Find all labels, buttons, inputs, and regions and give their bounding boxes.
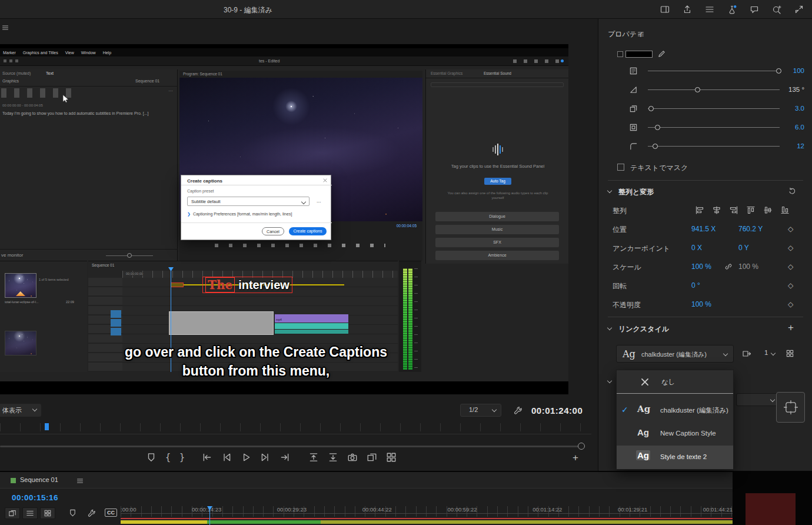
stroke-count-value[interactable]: 1 [764,349,768,356]
scale-keyframe-icon[interactable]: ◇ [788,262,793,271]
dialog-cancel-button[interactable]: Cancel [262,227,284,235]
align-top-icon[interactable] [746,205,756,215]
anchor-y-value[interactable]: 0 Y [738,244,749,252]
shadow-size-slider[interactable] [648,127,780,128]
monitor-scrub-strip[interactable] [0,423,591,431]
scale-y-value[interactable]: 100 % [738,262,758,271]
zoom-level-dropdown[interactable]: 1/2 [460,404,501,417]
style-grid-icon[interactable] [786,349,794,358]
opacity-value[interactable]: 100 % [691,300,711,308]
search-sparkle-icon[interactable] [772,5,781,14]
shadow-blur-slider[interactable] [648,146,780,147]
quick-export-icon[interactable] [683,5,692,14]
align-bottom-icon[interactable] [780,205,790,215]
align-center-horizontal-icon[interactable] [712,205,721,215]
align-left-icon[interactable] [695,205,704,215]
export-frame-icon[interactable] [347,452,358,463]
scale-x-value[interactable]: 100 % [691,262,711,271]
shadow-distance-value[interactable]: 3.0 [778,105,804,112]
workspace-icon[interactable] [660,5,670,14]
closed-captions-badge[interactable]: CC [105,509,117,517]
step-back-icon[interactable] [221,452,232,463]
timeline-ruler[interactable]: :00:00 00:00:14:23 00:00:29:23 00:00:44:… [121,506,733,517]
style-menu-item-new-caption-style[interactable]: Ag New Caption Style [617,422,733,446]
workspaces-menu-icon[interactable] [705,5,714,14]
rotation-keyframe-icon[interactable]: ◇ [788,281,793,290]
style-menu-item-style-de-texte-2[interactable]: Ag Style de texte 2 [617,446,733,469]
add-button-icon[interactable]: + [573,452,578,464]
shadow-angle-slider[interactable] [648,89,780,90]
transform-section-title[interactable]: 整列と変形 [618,187,654,197]
shadow-angle-value[interactable]: 135 ° [778,86,804,93]
dialog-preset-select[interactable]: Subtitle default [187,197,310,206]
blend-mode-dropdown[interactable] [736,393,779,406]
lift-icon[interactable] [308,452,319,463]
comparison-view-icon[interactable] [367,452,377,463]
stroke-count-chevron-icon[interactable] [771,351,776,355]
overlay-caption-box[interactable]: Theinterview [202,277,292,293]
mask-with-text-checkbox[interactable] [617,164,624,171]
shadow-size-value[interactable]: 6.0 [778,124,804,131]
position-y-value[interactable]: 760.2 Y [738,225,763,233]
dialog-close-icon[interactable] [322,178,328,183]
dialog-create-button[interactable]: Create captions [289,227,327,235]
shadow-opacity-slider[interactable] [648,71,780,71]
transform-reset-icon[interactable] [788,187,796,195]
comments-icon[interactable] [750,5,759,14]
fit-dropdown[interactable]: 体表示 [0,404,41,417]
rotation-value[interactable]: 0 ° [691,281,700,290]
timeline-panel-menu-icon[interactable] [76,477,84,484]
link-style-chevron-icon[interactable] [607,325,612,330]
extract-icon[interactable] [328,452,338,463]
zoom-scrollbar-handle[interactable] [578,443,585,450]
monitor-settings-wrench-icon[interactable] [513,406,523,415]
add-marker-icon[interactable] [146,452,157,463]
timeline-add-marker-icon[interactable] [68,509,77,517]
align-middle-vertical-icon[interactable] [763,205,773,215]
go-to-out-icon[interactable] [279,452,290,463]
shadow-checkbox[interactable] [617,51,623,57]
position-x-value[interactable]: 941.5 X [691,225,716,233]
overlay-word-interview[interactable]: interview [238,278,289,291]
textbox-target-button[interactable] [776,392,805,423]
shadow-opacity-value[interactable]: 100 [778,67,804,74]
dialog-preset-more[interactable]: ... [317,198,321,204]
timeline-sequence-tab[interactable]: Sequence 01 [20,476,58,483]
opacity-keyframe-icon[interactable]: ◇ [788,300,793,308]
go-to-in-icon[interactable] [202,452,212,463]
multicam-icon[interactable] [386,452,397,463]
eyedropper-pen-icon[interactable] [657,49,666,58]
play-icon[interactable] [241,452,251,463]
beta-beaker-icon[interactable] [727,5,737,14]
mark-out-icon[interactable]: } [179,452,185,463]
insert-overwrite-toggle[interactable] [5,507,20,519]
shadow-distance-slider[interactable] [648,108,780,109]
mark-in-icon[interactable]: { [165,452,171,463]
step-forward-icon[interactable] [260,452,271,463]
linked-selection-toggle[interactable] [40,507,55,519]
position-keyframe-icon[interactable]: ◇ [788,225,793,233]
text-style-dropdown[interactable]: Ag chalkduster (編集済み) [616,345,734,363]
snap-toggle[interactable] [22,507,38,519]
align-right-icon[interactable] [729,205,738,215]
dialog-preferences-row[interactable]: ❯Captioning Preferences [format, max/min… [187,212,292,217]
monitor-panel-menu-icon[interactable] [2,24,9,31]
fullscreen-icon[interactable] [794,5,804,14]
style-menu-item-chalkduster[interactable]: ✓ Ag chalkduster (編集済み) [617,398,733,422]
shadow-color-swatch[interactable] [625,51,653,58]
add-style-icon[interactable]: + [788,322,794,334]
appearance-section-chevron-icon[interactable] [607,378,612,383]
transform-section-chevron-icon[interactable] [607,188,612,193]
scrub-playhead[interactable] [45,423,49,430]
monitor-zoom-scrollbar[interactable] [0,443,590,450]
overlay-word-the[interactable]: The [205,277,235,293]
anchor-x-value[interactable]: 0 X [691,244,702,252]
properties-panel-menu-icon[interactable] [637,31,644,38]
style-menu-item-none[interactable]: なし [617,370,733,394]
link-style-title[interactable]: リンクスタイル [618,324,669,334]
scale-link-icon[interactable] [724,262,733,271]
timeline-playhead-timecode[interactable]: 00:00:15:16 [12,493,58,502]
push-style-to-track-icon[interactable] [742,349,751,358]
anchor-keyframe-icon[interactable]: ◇ [788,244,793,252]
timeline-settings-wrench-icon[interactable] [87,509,96,517]
